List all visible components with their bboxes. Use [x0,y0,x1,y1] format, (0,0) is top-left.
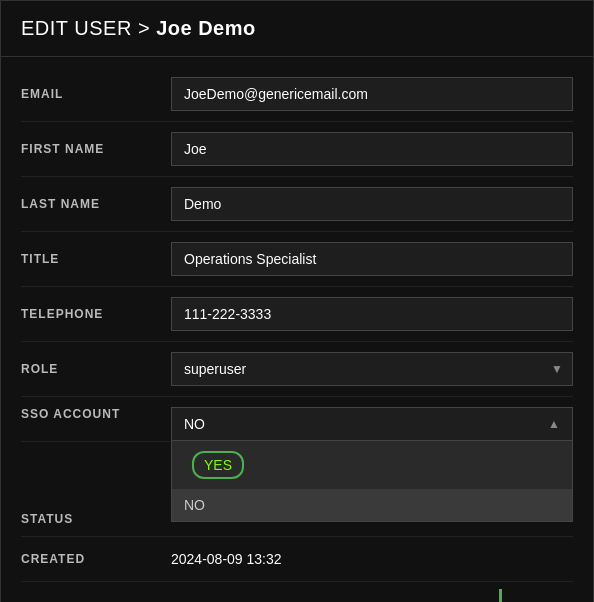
lastname-row: LAST NAME [21,177,573,232]
page-title-prefix: EDIT USER > [21,17,156,39]
role-row: ROLE superuser admin user ▼ [21,342,573,397]
role-select[interactable]: superuser admin user [171,352,573,386]
page-title: EDIT USER > Joe Demo [21,17,573,40]
arrow-line [499,589,502,602]
lastname-label: LAST NAME [21,197,171,211]
page-title-username: Joe Demo [156,17,256,39]
created-value: 2024-08-09 13:32 [171,547,282,571]
sso-value-text: NO [184,416,205,432]
title-field[interactable] [171,242,573,276]
sso-wrapper: NO ▲ YES NO [171,407,573,441]
firstname-label: FIRST NAME [21,142,171,156]
sso-dropdown: YES NO [171,441,573,522]
sso-current-value[interactable]: NO ▲ [171,407,573,441]
title-row: TITLE [21,232,573,287]
form-body: EMAIL FIRST NAME LAST NAME TITLE TELEPHO… [1,57,593,592]
status-label: STATUS [21,512,171,526]
sso-label: SSO ACCOUNT [21,407,171,421]
telephone-field[interactable] [171,297,573,331]
sso-arrow-icon: ▲ [548,417,560,431]
lastname-field[interactable] [171,187,573,221]
edit-user-modal: EDIT USER > Joe Demo EMAIL FIRST NAME LA… [0,0,594,602]
sso-option-no[interactable]: NO [172,489,572,521]
email-row: EMAIL [21,67,573,122]
email-field[interactable] [171,77,573,111]
role-select-wrapper: superuser admin user ▼ [171,352,573,386]
modal-header: EDIT USER > Joe Demo [1,1,593,57]
email-label: EMAIL [21,87,171,101]
telephone-row: TELEPHONE [21,287,573,342]
sso-row: SSO ACCOUNT NO ▲ YES NO [21,397,573,442]
firstname-field[interactable] [171,132,573,166]
title-label: TITLE [21,252,171,266]
created-label: CREATED [21,552,171,566]
sso-option-yes-row[interactable]: YES [172,441,572,489]
telephone-label: TELEPHONE [21,307,171,321]
arrow-indicator [493,589,509,602]
created-row: CREATED 2024-08-09 13:32 [21,537,573,582]
firstname-row: FIRST NAME [21,122,573,177]
role-label: ROLE [21,362,171,376]
sso-option-yes[interactable]: YES [192,451,244,479]
